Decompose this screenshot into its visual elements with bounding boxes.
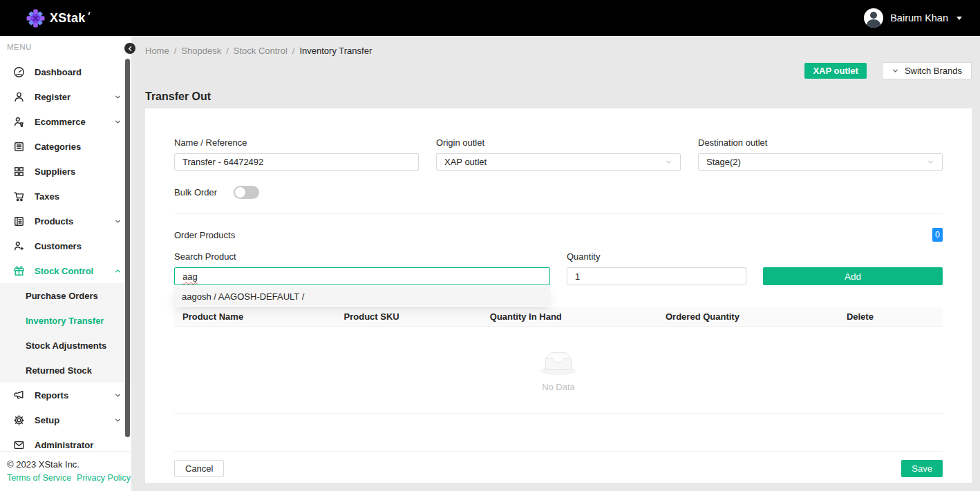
sidebar-item-ecommerce[interactable]: Ecommerce xyxy=(0,109,131,134)
cancel-button[interactable]: Cancel xyxy=(174,460,224,477)
sidebar-item-reports[interactable]: Reports xyxy=(0,383,131,407)
search-product-label: Search Product xyxy=(174,251,550,262)
search-suggestions: aagosh / AAGOSH-DEFAULT / xyxy=(174,287,550,307)
breadcrumb-home[interactable]: Home xyxy=(145,46,169,56)
brand-name: XStak xyxy=(50,11,86,26)
products-icon xyxy=(13,215,25,227)
chevron-down-icon xyxy=(114,118,122,126)
chevron-down-icon xyxy=(957,17,962,20)
ecommerce-icon xyxy=(13,116,25,128)
sidebar-item-returned-stock[interactable]: Returned Stock xyxy=(0,358,131,383)
main-content: Home / Shopdesk / Stock Control / Invent… xyxy=(131,36,980,491)
chevron-up-icon xyxy=(114,267,122,275)
sidebar-item-suppliers[interactable]: Suppliers xyxy=(0,159,131,184)
add-button[interactable]: Add xyxy=(763,267,943,285)
customers-icon xyxy=(13,240,25,252)
name-reference-input[interactable] xyxy=(174,153,419,171)
search-product-input[interactable]: aag xyxy=(174,267,550,285)
quantity-label: Quantity xyxy=(567,251,746,262)
categories-icon xyxy=(13,141,25,153)
outlet-badge: XAP outlet xyxy=(804,63,867,79)
user-name: Bairum Khan xyxy=(890,12,948,23)
topbar: XStak Bairum Khan xyxy=(0,0,980,36)
origin-outlet-label: Origin outlet xyxy=(436,137,681,148)
breadcrumb-shopdesk[interactable]: Shopdesk xyxy=(181,46,221,56)
gear-icon xyxy=(13,414,25,426)
user-menu[interactable]: Bairum Khan xyxy=(864,8,962,28)
col-delete: Delete xyxy=(778,311,943,322)
sidebar-item-purchase-orders[interactable]: Purchase Orders xyxy=(0,283,131,308)
chevron-down-icon xyxy=(114,93,122,101)
dashboard-icon xyxy=(13,66,25,78)
empty-state: No Data xyxy=(174,327,943,414)
megaphone-icon xyxy=(13,389,25,401)
sidebar-item-categories[interactable]: Categories xyxy=(0,134,131,159)
user-avatar xyxy=(864,8,883,28)
transfer-card: Name / Reference Origin outlet XAP outle… xyxy=(145,108,972,483)
product-count-badge: 0 xyxy=(932,228,943,242)
envelope-icon xyxy=(13,439,25,451)
privacy-link[interactable]: Privacy Policy xyxy=(77,473,131,483)
sidebar-item-customers[interactable]: Customers xyxy=(0,233,131,258)
sidebar-item-stock-control[interactable]: Stock Control xyxy=(0,258,131,283)
user-icon xyxy=(13,91,25,103)
sidebar-item-taxes[interactable]: Taxes xyxy=(0,184,131,209)
sidebar-item-stock-adjustments[interactable]: Stock Adjustments xyxy=(0,333,131,358)
destination-outlet-select[interactable]: Stage(2) xyxy=(698,153,943,171)
switch-brands-button[interactable]: Switch Brands xyxy=(882,62,972,79)
sidebar-collapse-button[interactable] xyxy=(124,43,135,54)
brand-logo: XStak xyxy=(26,9,86,28)
sidebar-item-register[interactable]: Register xyxy=(0,84,131,109)
order-products-table: Product Name Product SKU Quantity In Han… xyxy=(174,307,943,414)
order-products-label: Order Products xyxy=(174,230,235,240)
chevron-down-icon xyxy=(114,392,122,399)
copyright: © 2023 XStak Inc. xyxy=(7,459,131,470)
empty-box-icon xyxy=(536,348,581,376)
col-quantity-in-hand: Quantity In Hand xyxy=(482,311,628,322)
sidebar-item-inventory-transfer[interactable]: Inventory Transfer xyxy=(0,308,131,333)
name-reference-label: Name / Reference xyxy=(174,137,419,148)
sidebar-item-setup[interactable]: Setup xyxy=(0,407,131,432)
origin-outlet-select[interactable]: XAP outlet xyxy=(436,153,681,171)
col-ordered-quantity: Ordered Quantity xyxy=(628,311,778,322)
section-divider xyxy=(174,213,943,214)
sidebar-item-dashboard[interactable]: Dashboard xyxy=(0,59,131,84)
save-button[interactable]: Save xyxy=(901,460,943,477)
breadcrumb-current: Inventory Transfer xyxy=(299,46,372,56)
destination-outlet-label: Destination outlet xyxy=(698,137,943,148)
chevron-down-icon xyxy=(114,218,122,225)
chevron-down-icon xyxy=(665,158,672,166)
breadcrumb: Home / Shopdesk / Stock Control / Invent… xyxy=(131,36,980,56)
chevron-down-icon xyxy=(927,158,934,166)
breadcrumb-stock-control[interactable]: Stock Control xyxy=(234,46,288,56)
terms-link[interactable]: Terms of Service xyxy=(7,473,71,483)
sidebar: MENU Dashboard Register Ecommerce Catego… xyxy=(0,36,131,491)
no-data-text: No Data xyxy=(542,382,575,392)
footer-divider xyxy=(174,451,943,452)
col-product-name: Product Name xyxy=(174,311,336,322)
sidebar-scrollbar[interactable] xyxy=(125,59,130,437)
suggestion-item[interactable]: aagosh / AAGOSH-DEFAULT / xyxy=(174,287,550,306)
bulk-order-toggle[interactable] xyxy=(234,186,259,199)
page-title: Transfer Out xyxy=(145,90,980,103)
sidebar-footer: © 2023 XStak Inc. Terms of Service Priva… xyxy=(0,451,131,491)
chevron-down-icon xyxy=(114,416,122,424)
sidebar-item-products[interactable]: Products xyxy=(0,209,131,233)
quantity-input[interactable] xyxy=(567,267,746,285)
cart-icon xyxy=(13,191,25,202)
xstak-flower-icon xyxy=(26,9,45,28)
gift-box-icon xyxy=(13,265,25,277)
bulk-order-label: Bulk Order xyxy=(174,187,217,198)
col-product-sku: Product SKU xyxy=(336,311,482,322)
stock-control-submenu: Purchase Orders Inventory Transfer Stock… xyxy=(0,283,131,383)
suppliers-icon xyxy=(13,166,25,177)
chevron-down-icon xyxy=(892,67,899,75)
menu-caption: MENU xyxy=(0,36,131,51)
